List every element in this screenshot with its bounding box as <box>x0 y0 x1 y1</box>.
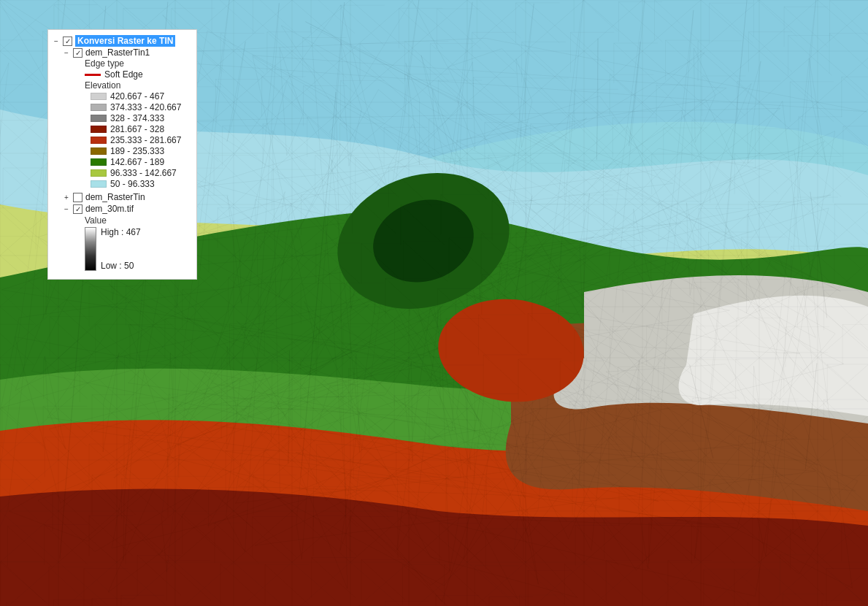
dem-rastertIn1-checkbox[interactable] <box>73 48 82 58</box>
elevation-range-row: 96.333 - 142.667 <box>91 168 191 178</box>
elevation-swatch <box>91 158 107 166</box>
elevation-range-label: 374.333 - 420.667 <box>110 102 181 112</box>
elevation-range-row: 142.667 - 189 <box>91 157 191 167</box>
elevation-range-row: 328 - 374.333 <box>91 113 191 123</box>
elevation-range-label: 235.333 - 281.667 <box>110 135 181 145</box>
gradient-bar <box>85 227 96 271</box>
elevation-range-label: 420.667 - 467 <box>110 91 164 101</box>
elevation-range-row: 189 - 235.333 <box>91 146 191 156</box>
low-label: Low : 50 <box>101 261 141 271</box>
soft-edge-icon <box>85 74 101 76</box>
elevation-range-label: 281.667 - 328 <box>110 124 164 134</box>
dem-rastertin-row: + dem_RasterTin <box>64 192 191 202</box>
elevation-swatch <box>91 115 107 122</box>
elevation-range-label: 189 - 235.333 <box>110 146 164 156</box>
high-label: High : 467 <box>101 227 141 237</box>
elevation-swatch <box>91 137 107 144</box>
legend-panel: − Konversi Raster ke TIN − dem_RasterTin… <box>47 29 197 280</box>
dem-rastertIn1-label: dem_RasterTin1 <box>85 47 150 58</box>
elevation-range-row: 235.333 - 281.667 <box>91 135 191 145</box>
elevation-swatch <box>91 147 107 155</box>
dem-30m-row: − dem_30m.tif <box>64 204 191 214</box>
gradient-labels: High : 467 Low : 50 <box>101 227 141 271</box>
elevation-ranges: 420.667 - 467374.333 - 420.667328 - 374.… <box>64 91 191 189</box>
elevation-range-label: 50 - 96.333 <box>110 179 155 189</box>
dem-30m-label: dem_30m.tif <box>85 204 134 214</box>
dem-rastertIn1-row: − dem_RasterTin1 <box>64 47 191 58</box>
elevation-range-label: 96.333 - 142.667 <box>110 168 177 178</box>
elevation-swatch <box>91 180 107 188</box>
dem-30m-checkbox[interactable] <box>73 204 82 214</box>
edge-type-row: Edge type <box>85 58 191 69</box>
dem-rastertin-checkbox[interactable] <box>73 193 82 202</box>
elevation-label-row: Elevation <box>85 80 191 91</box>
elevation-swatch <box>91 126 107 133</box>
elevation-range-row: 420.667 - 467 <box>91 91 191 101</box>
value-label: Value <box>85 215 107 226</box>
elevation-range-label: 328 - 374.333 <box>110 113 164 123</box>
gradient-row: High : 467 Low : 50 <box>85 227 191 271</box>
elevation-swatch <box>91 169 107 177</box>
elevation-swatch <box>91 104 107 111</box>
soft-edge-row: Soft Edge <box>85 69 191 80</box>
dem-rastertin-label: dem_RasterTin <box>85 192 145 202</box>
top-layer-title[interactable]: Konversi Raster ke TIN <box>75 35 175 47</box>
top-layer-checkbox[interactable] <box>63 37 72 46</box>
soft-edge-label: Soft Edge <box>104 69 143 80</box>
elevation-swatch <box>91 93 107 100</box>
dem-rastertin-expander[interactable]: + <box>64 193 73 202</box>
elevation-range-row: 50 - 96.333 <box>91 179 191 189</box>
elevation-label: Elevation <box>85 80 120 91</box>
elevation-range-row: 281.667 - 328 <box>91 124 191 134</box>
top-layer-expander[interactable]: − <box>54 37 63 45</box>
dem-rastertIn1-expander[interactable]: − <box>64 49 73 57</box>
dem-30m-expander[interactable]: − <box>64 205 73 213</box>
edge-type-label: Edge type <box>85 58 124 69</box>
top-layer-row: − Konversi Raster ke TIN <box>54 35 191 47</box>
elevation-range-row: 374.333 - 420.667 <box>91 102 191 112</box>
elevation-range-label: 142.667 - 189 <box>110 157 164 167</box>
value-row: Value <box>85 215 191 226</box>
